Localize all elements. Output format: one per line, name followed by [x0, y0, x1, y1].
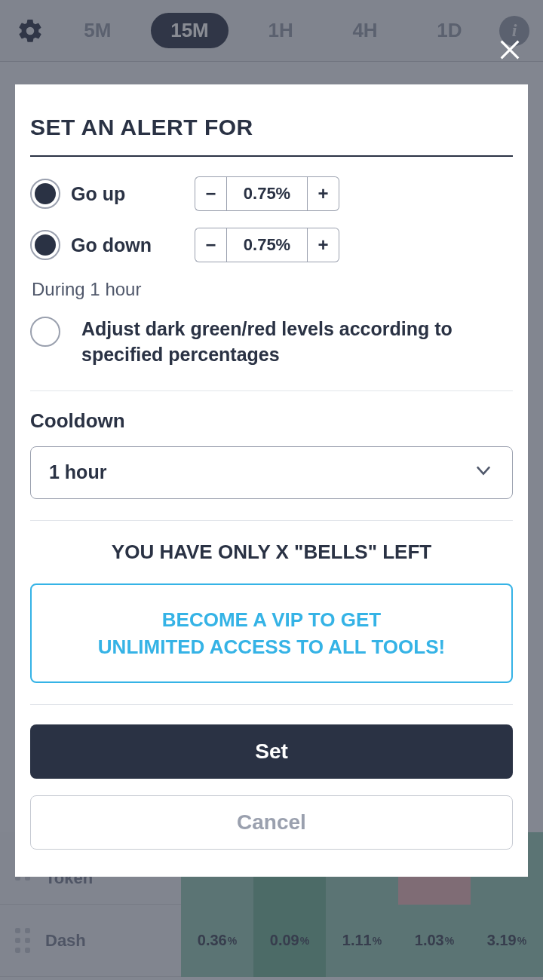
cooldown-value: 1 hour [49, 461, 106, 483]
cooldown-select[interactable]: 1 hour [30, 446, 513, 499]
cancel-button[interactable]: Cancel [30, 795, 513, 850]
cooldown-label: Cooldown [30, 409, 513, 433]
go-up-value[interactable]: 0.75% [226, 176, 308, 211]
go-down-decrement-button[interactable]: − [195, 228, 226, 262]
go-up-row: Go up − 0.75% + [30, 176, 513, 211]
close-icon[interactable] [493, 33, 526, 66]
divider [30, 520, 513, 521]
go-down-radio[interactable] [30, 230, 60, 260]
alert-modal: SET AN ALERT FOR Go up − 0.75% + Go down… [15, 84, 528, 877]
go-down-increment-button[interactable]: + [308, 228, 339, 262]
modal-title: SET AN ALERT FOR [30, 115, 513, 157]
vip-line-1: BECOME A VIP TO GET [47, 606, 496, 633]
go-up-stepper: − 0.75% + [195, 176, 339, 211]
divider [30, 704, 513, 705]
vip-line-2: UNLIMITED ACCESS TO ALL TOOLS! [47, 633, 496, 660]
go-down-row: Go down − 0.75% + [30, 228, 513, 262]
adjust-row: Adjust dark green/red levels according t… [30, 317, 513, 391]
vip-upsell-button[interactable]: BECOME A VIP TO GET UNLIMITED ACCESS TO … [30, 583, 513, 684]
go-up-decrement-button[interactable]: − [195, 176, 226, 211]
set-button[interactable]: Set [30, 724, 513, 779]
chevron-down-icon [473, 460, 494, 485]
go-up-increment-button[interactable]: + [308, 176, 339, 211]
go-down-value[interactable]: 0.75% [226, 228, 308, 262]
bells-remaining-text: YOU HAVE ONLY X "BELLS" LEFT [30, 541, 513, 564]
go-down-label: Go down [71, 234, 176, 256]
go-down-stepper: − 0.75% + [195, 228, 339, 262]
adjust-levels-label: Adjust dark green/red levels according t… [81, 317, 513, 368]
adjust-levels-radio[interactable] [30, 317, 60, 347]
go-up-label: Go up [71, 183, 176, 205]
during-text: During 1 hour [32, 279, 513, 300]
go-up-radio[interactable] [30, 179, 60, 209]
